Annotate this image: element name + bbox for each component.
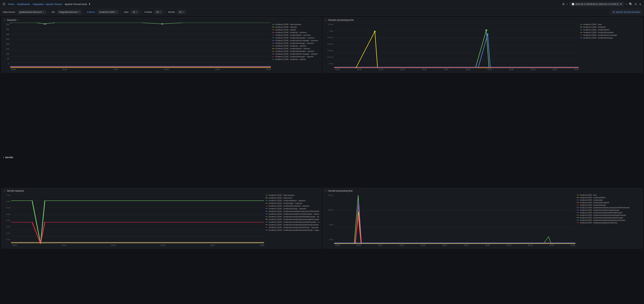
topbar-right: ⚙ ‹ 🕐 2023-04-13 09:59:55 to 2023-04-13 … (562, 2, 641, 6)
share-icon[interactable]: ⬆ (88, 3, 91, 6)
job-value: integrations/tomcat (59, 11, 78, 13)
svg-point-23 (487, 34, 488, 35)
sessions-legend: localhost:12345 - total sessions localho… (272, 23, 319, 70)
servlet-section-header[interactable]: ∨ Servlet (1, 128, 643, 186)
sessions-x-axis: 10:00 10:10 10:20 10:30 10:40 10:50 (4, 68, 271, 70)
context-value: All (156, 11, 158, 13)
zoom-icon[interactable]: 🔍 (629, 2, 632, 6)
svg-point-11 (52, 23, 55, 23)
sessions-chart-container: 400 350 300 250 200 150 100 50 0 (2, 22, 321, 72)
servlet-requests-legend: localhost:12345 - total requests localho… (266, 193, 319, 246)
legend-item: localhost:12345 - localhost/ - rejected (272, 45, 319, 47)
breadcrumb-integration[interactable]: Integration - Apache Tomcat (32, 3, 62, 6)
servlet-value: All (179, 11, 181, 13)
legend-item: localhost:12345 - localhost/examples (580, 32, 640, 34)
sessions-panel: i Sessions ∨ 400 350 300 250 200 150 100… (1, 17, 321, 73)
legend-item: localhost:12345 - localhost/ - expired (272, 58, 319, 60)
breadcrumb-dashboards[interactable]: Dashboards (17, 3, 30, 6)
nav-prev-icon[interactable]: ‹ (567, 2, 568, 6)
context-caret: ▼ (159, 11, 161, 13)
legend-item: localhost:12345 - localhost/examples - r… (272, 50, 319, 52)
session-time-title-text: Session processing time (328, 19, 354, 21)
sessions-panel-title: i Sessions ∨ (2, 17, 321, 22)
servlet-requests-x-axis: 10:00 10:10 10:20 10:30 10:40 10:50 (4, 244, 264, 246)
session-time-title: i Session processing time (323, 17, 642, 22)
instance-label: Instance (86, 11, 96, 13)
legend-item: localhost:12345 - localhost/examplesRequ… (266, 224, 319, 226)
breadcrumb: Home › Dashboards › Integration - Apache… (8, 3, 87, 6)
servlet-requests-chart-inner: 7 r/s 6 r/s 5 r/s 4 r/s 3 r/s 2 r/s 1 r/… (4, 193, 264, 246)
legend-item: localhost:12345 - total errors (266, 197, 319, 199)
datasource-label: Data Source (2, 11, 16, 13)
legend-item: localhost:12345 - total sessions (272, 23, 319, 25)
host-caret: ▼ (136, 11, 138, 13)
servlet-time-legend: localhost:12345 - total localhost:12345 … (577, 193, 640, 246)
svg-point-9 (10, 23, 12, 23)
time-range-caret: ▼ (620, 3, 622, 5)
separator-4 (141, 10, 142, 14)
legend-item: localhost:12345 - localhost/docsdefault … (266, 205, 319, 207)
servlet-select[interactable]: All ▼ (177, 10, 186, 14)
instance-value: localhost:12345 (99, 11, 114, 13)
svg-point-10 (44, 23, 46, 24)
clock-icon: 🕐 (572, 3, 574, 5)
servlet-requests-title-text: Servlet requests (7, 189, 24, 192)
legend-item: localhost:12345 - localhost/default (577, 197, 640, 198)
sessions-title-text: Sessions (7, 19, 16, 21)
nav-next-icon[interactable]: › (626, 2, 627, 6)
job-label: Job (50, 11, 56, 13)
legend-item: localhost:12345 - rejected (272, 26, 319, 28)
datasource-select[interactable]: grafanacloud-k3d-prom ▼ (18, 10, 46, 14)
separator-5 (165, 10, 165, 14)
sessions-dropdown-arrow[interactable]: ∨ (18, 19, 19, 21)
servlet-time-chart-plot (334, 193, 575, 244)
refresh-icon[interactable]: ↻ (634, 2, 637, 6)
time-range-picker[interactable]: 🕐 2023-04-13 09:59:55 to 2023-04-13 10:5… (570, 2, 624, 6)
job-select[interactable]: integrations/tomcat ▼ (57, 10, 82, 14)
legend-item: localhost:12345 - localhost/examplesRequ… (577, 219, 640, 221)
breadcrumb-home[interactable]: Home (8, 3, 14, 6)
session-time-x-axis: 10:00 10:05 10:10 10:15 10:20 10:25 10:3… (325, 68, 579, 70)
apache-overview-link[interactable]: ⊞ Apache Tomcat overview (610, 10, 642, 14)
context-label: Context (144, 11, 153, 13)
servlet-time-svg (334, 193, 575, 244)
legend-item: localhost:12345 - localhost/examplesRequ… (577, 214, 640, 216)
legend-item: localhost:12345 - localhost/docsjsp (577, 204, 640, 206)
instance-caret: ▼ (115, 11, 117, 13)
servlet-label: Servlet (167, 11, 176, 13)
settings-icon[interactable]: ⚙ (562, 2, 565, 6)
session-time-chart-inner: 1.2 ms 1 ms 0.8 ms 0.6 ms 0.4 ms 0.2 ms … (325, 23, 579, 70)
host-select[interactable]: All ▼ (131, 10, 139, 14)
legend-item: localhost:12345 - localhost/examplesCook… (266, 213, 319, 215)
legend-item: localhost:12345 - localhost/manager (580, 37, 640, 39)
legend-item: localhost:12345 - localhost/jsp - reques… (266, 202, 319, 204)
legend-item: localhost:12345 - localhost/manager - se… (272, 42, 319, 44)
context-select[interactable]: All ▼ (154, 10, 163, 14)
session-time-panel: i Session processing time 1.2 ms 1 ms 0.… (323, 17, 643, 73)
svg-point-12 (161, 23, 164, 24)
legend-item: localhost:12345 - localhost/examplesRequ… (266, 221, 319, 223)
servlet-section-label: Servlet (5, 156, 13, 159)
hamburger-icon[interactable]: ☰ (3, 2, 5, 6)
svg-point-21 (374, 31, 376, 32)
job-caret: ▼ (78, 11, 80, 13)
legend-item: localhost:12345 - localhost/examplesRequ… (266, 218, 319, 220)
legend-item: localhost:12345 - expired (272, 29, 319, 31)
servlet-time-y-axis: 15 ms 10 ms 5 ms 0 ms (325, 193, 334, 244)
session-time-info-icon: i (325, 19, 327, 21)
legend-item: localhost:12345 - localhost/examplesComp… (577, 207, 640, 209)
legend-item: localhost:12345 - localhost/examplesSess… (266, 229, 319, 231)
servlet-requests-title: i Servlet requests (2, 188, 321, 193)
servlet-time-title-text: Servlet processing time (328, 189, 353, 192)
legend-item: localhost:12345 - localhost/docs - sessi… (272, 34, 319, 36)
legend-item: localhost:12345 - localhost/examplesRequ… (577, 217, 640, 219)
servlet-time-x-axis: 10:00 10:05 10:10 10:15 10:20 10:25 10:3… (325, 244, 575, 246)
legend-item: localhost:12345 - localhost/examplesHell… (266, 216, 319, 218)
legend-item: localhost:12345 - localhost/docs (580, 29, 640, 31)
separator-3 (121, 10, 121, 14)
servlet-requests-chart-plot (11, 193, 264, 244)
instance-select[interactable]: localhost:12345 ▼ (97, 10, 119, 14)
chevron-up-icon[interactable]: ∧ (639, 2, 641, 6)
host-value: All (133, 11, 135, 13)
legend-item: localhost:12345 - localhost/host-manager (580, 34, 640, 36)
